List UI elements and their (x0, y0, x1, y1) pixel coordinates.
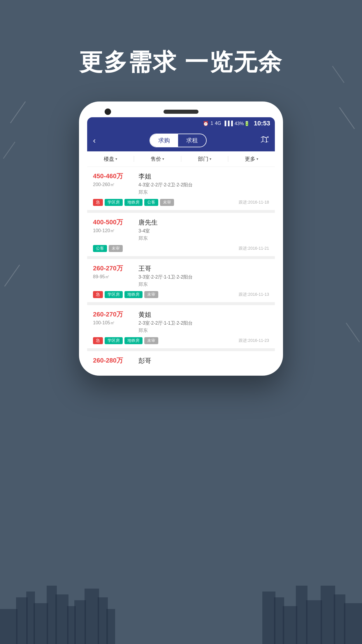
item-price-area: 260-270万 100-105㎡ (93, 310, 134, 334)
item-name: 唐先生 (138, 218, 269, 227)
item-tags: 公客 未审 (93, 245, 123, 252)
item-price-area: 260-280万 (93, 356, 134, 365)
tab-buy[interactable]: 求购 (150, 134, 178, 147)
map-button[interactable] (260, 136, 269, 145)
item-area: 89-95㎡ (93, 274, 134, 280)
item-date: 跟进:2016-11-13 (239, 292, 269, 297)
svg-rect-5 (55, 594, 68, 644)
item-info: 黄姐 2-3室·2-2厅·1-1卫·2-2阳台 郑东 (138, 310, 269, 334)
svg-rect-18 (306, 600, 322, 644)
status-time: 10:53 (254, 120, 270, 127)
listing-list: 450-460万 200-260㎡ 李姐 4-3室·2-2厅·2-2卫·2-2阳… (87, 167, 275, 368)
tag-urgent: 急 (93, 337, 103, 344)
nav-tabs: 求购 求租 (150, 134, 207, 147)
svg-rect-8 (85, 589, 99, 644)
item-date: 跟进:2016-11-21 (239, 246, 269, 251)
item-name: 黄姐 (138, 310, 269, 319)
battery-text: 43%🔋 (235, 121, 250, 126)
filter-price[interactable]: 售价 ▾ (134, 155, 181, 162)
item-info: 李姐 4-3室·2-2厅·2-2卫·2-2阳台 郑东 (138, 172, 269, 195)
list-item[interactable]: 260-270万 100-105㎡ 黄姐 2-3室·2-2厅·1-1卫·2-2阳… (87, 305, 275, 348)
alarm-icon: ⏰ (203, 121, 209, 126)
list-item[interactable]: 450-460万 200-260㎡ 李姐 4-3室·2-2厅·2-2卫·2-2阳… (87, 167, 275, 210)
item-location: 郑东 (138, 281, 269, 288)
svg-rect-12 (334, 594, 345, 644)
item-price: 260-280万 (93, 356, 134, 365)
item-tags: 急 学区房 地铁房 未审 (93, 337, 158, 344)
svg-rect-3 (34, 603, 48, 644)
item-name: 李姐 (138, 172, 269, 181)
item-price-area: 400-500万 100-120㎡ (93, 218, 134, 242)
tag-urgent: 急 (93, 291, 103, 298)
tag-pending: 未审 (144, 291, 158, 298)
svg-rect-9 (98, 597, 108, 644)
item-price: 450-460万 (93, 172, 134, 181)
filter-price-label: 售价 (151, 155, 161, 162)
phone-camera (105, 108, 111, 115)
item-name: 王哥 (138, 264, 269, 273)
filter-property[interactable]: 楼盘 ▾ (87, 155, 134, 162)
item-name: 彭哥 (138, 356, 269, 365)
back-button[interactable]: ‹ (93, 136, 96, 145)
tag-metro: 地铁房 (124, 337, 143, 344)
list-item[interactable]: 260-270万 89-95㎡ 王哥 3-3室·2-2厅·1-1卫·2-2阳台 … (87, 259, 275, 302)
tag-school: 学区房 (105, 291, 123, 298)
item-info: 彭哥 (138, 356, 269, 365)
tab-rent[interactable]: 求租 (178, 134, 206, 147)
filter-price-arrow: ▾ (162, 157, 164, 161)
svg-rect-2 (26, 592, 35, 644)
item-info: 唐先生 3-4室 郑东 (138, 218, 269, 242)
tag-school: 学区房 (105, 337, 123, 344)
filter-property-label: 楼盘 (104, 155, 114, 162)
tag-pending: 未审 (109, 245, 123, 252)
svg-rect-7 (74, 600, 86, 644)
item-price-area: 260-270万 89-95㎡ (93, 264, 134, 288)
page-title: 更多需求 一览无余 (79, 47, 283, 78)
svg-rect-14 (262, 592, 275, 644)
item-price: 260-270万 (93, 264, 134, 273)
tag-public: 公客 (93, 245, 107, 252)
tag-pending: 未审 (160, 199, 174, 206)
item-area: 100-120㎡ (93, 228, 134, 234)
svg-rect-15 (274, 597, 284, 644)
item-details: 3-4室 (138, 228, 269, 234)
phone-mockup: ⏰ 1 4G ▐▐▐ 43%🔋 10:53 ‹ 求购 求租 (79, 102, 283, 376)
filter-dept-arrow: ▾ (210, 157, 211, 161)
tag-school: 学区房 (105, 199, 123, 206)
filter-bar: 楼盘 ▾ 售价 ▾ 部门 ▾ 更多 ▾ (87, 151, 275, 167)
status-icons: ⏰ 1 4G ▐▐▐ 43%🔋 (203, 121, 249, 126)
item-area: 200-260㎡ (93, 182, 134, 188)
item-location: 郑东 (138, 328, 269, 334)
filter-more-arrow: ▾ (256, 157, 258, 161)
tag-metro: 地铁房 (124, 199, 143, 206)
filter-dept[interactable]: 部门 ▾ (181, 155, 228, 162)
tag-pending: 未审 (144, 337, 158, 344)
item-price: 400-500万 (93, 218, 134, 227)
item-location: 郑东 (138, 189, 269, 195)
filter-more-label: 更多 (245, 155, 255, 162)
item-price-area: 450-460万 200-260㎡ (93, 172, 134, 195)
svg-rect-17 (296, 586, 307, 644)
filter-dept-label: 部门 (198, 155, 208, 162)
svg-rect-6 (67, 606, 76, 644)
svg-rect-4 (47, 586, 57, 644)
phone-screen: ⏰ 1 4G ▐▐▐ 43%🔋 10:53 ‹ 求购 求租 (87, 117, 275, 368)
item-tags: 急 学区房 地铁房 未审 (93, 291, 158, 298)
svg-rect-1 (16, 597, 28, 644)
item-location: 郑东 (138, 235, 269, 242)
item-details: 3-3室·2-2厅·1-1卫·2-2阳台 (138, 274, 269, 280)
item-price: 260-270万 (93, 310, 134, 319)
filter-more[interactable]: 更多 ▾ (228, 155, 275, 162)
tag-public: 公客 (144, 199, 158, 206)
item-info: 王哥 3-3室·2-2厅·1-1卫·2-2阳台 郑东 (138, 264, 269, 288)
svg-rect-10 (106, 609, 115, 644)
list-item[interactable]: 400-500万 100-120㎡ 唐先生 3-4室 郑东 公客 未审 (87, 213, 275, 256)
sim-icon: 1 (210, 121, 213, 126)
nav-bar: ‹ 求购 求租 (87, 130, 275, 151)
tag-urgent: 急 (93, 199, 103, 206)
item-details: 4-3室·2-2厅·2-2卫·2-2阳台 (138, 182, 269, 188)
tag-metro: 地铁房 (124, 291, 143, 298)
phone-speaker (164, 110, 198, 114)
list-item[interactable]: 260-280万 彭哥 (87, 351, 275, 368)
svg-rect-16 (283, 606, 297, 644)
